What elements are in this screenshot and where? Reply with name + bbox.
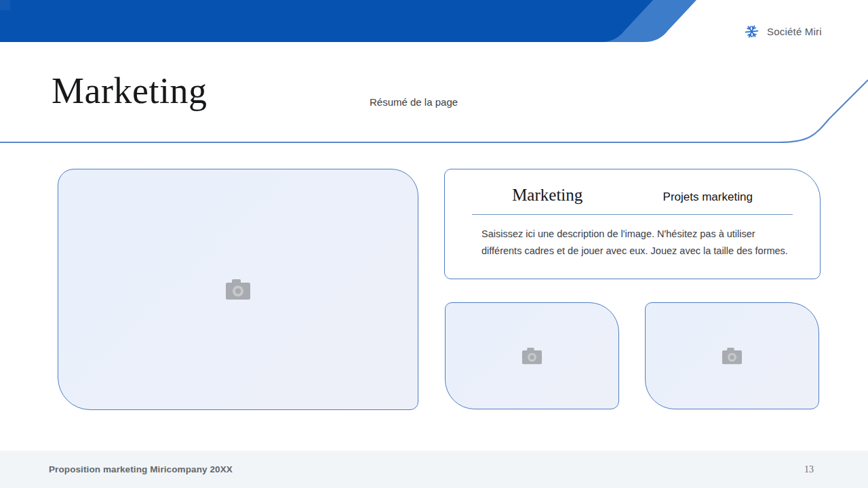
footer-page-number: 13: [804, 464, 814, 475]
card-heading-serif: Marketing: [512, 186, 583, 205]
card-heading-sans: Projets marketing: [663, 190, 753, 204]
header-band: [0, 0, 868, 43]
large-image-placeholder: [58, 169, 418, 410]
brand-name: Société Miri: [767, 26, 822, 37]
header-corner-square: [0, 0, 10, 10]
brand-logo: Société Miri: [745, 24, 822, 39]
presentation-slide: Société Miri Marketing Résumé de la page…: [0, 0, 868, 488]
page-title: Marketing: [52, 70, 207, 112]
camera-icon: [225, 279, 251, 300]
page-subtitle: Résumé de la page: [370, 96, 458, 108]
camera-icon: [722, 348, 743, 365]
camera-icon: [521, 348, 542, 365]
small-image-placeholder-1: [445, 302, 619, 409]
description-card: Marketing Projets marketing Saisissez ic…: [444, 169, 821, 279]
snowflake-icon: [745, 24, 759, 39]
small-image-placeholder-2: [645, 302, 819, 409]
header-dark-band: [0, 0, 653, 42]
card-body-text: Saisissez ici une description de l'image…: [472, 226, 793, 260]
description-card-headings: Marketing Projets marketing: [472, 186, 793, 215]
footer-document-title: Proposition marketing Miricompany 20XX: [49, 464, 233, 474]
footer: Proposition marketing Miricompany 20XX 1…: [0, 451, 868, 488]
